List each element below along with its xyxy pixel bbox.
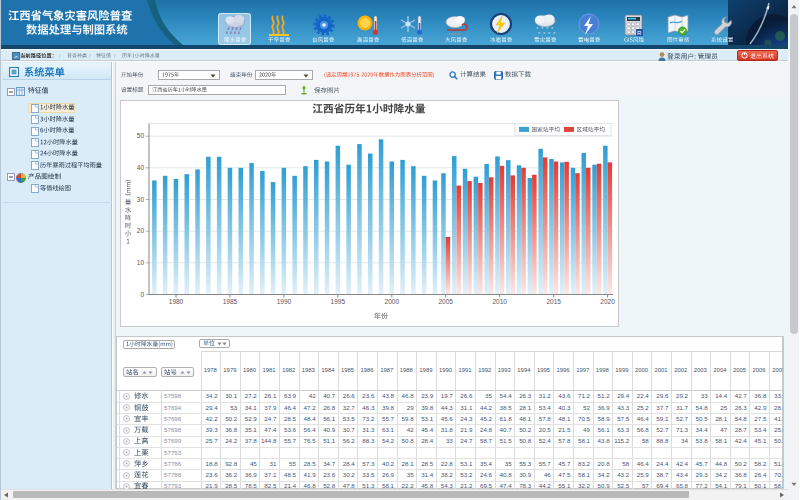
svg-text:2010: 2010 [492, 298, 507, 305]
svg-text:2015: 2015 [546, 298, 561, 305]
svg-text:1980: 1980 [169, 298, 184, 305]
svg-text:40: 40 [137, 164, 145, 171]
svg-text:1990: 1990 [277, 298, 292, 305]
svg-text:2005: 2005 [438, 298, 453, 305]
svg-text:10: 10 [137, 259, 145, 266]
svg-text:30: 30 [137, 195, 145, 202]
svg-text:2020: 2020 [600, 298, 615, 305]
svg-text:20: 20 [137, 227, 145, 234]
svg-text:2000: 2000 [385, 298, 400, 305]
svg-text:1995: 1995 [331, 298, 346, 305]
svg-text:50: 50 [137, 132, 145, 139]
svg-text:*: * [553, 31, 556, 37]
svg-text:R: R [637, 30, 642, 36]
svg-text:0: 0 [140, 290, 144, 297]
svg-text:1985: 1985 [223, 298, 238, 305]
